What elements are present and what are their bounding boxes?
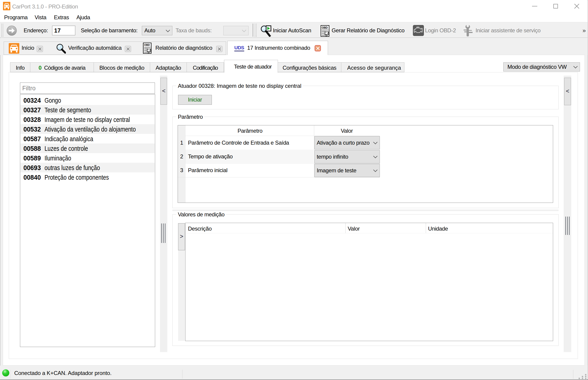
- svg-text:OBD: OBD: [144, 43, 150, 46]
- svg-text:OBD: OBD: [322, 26, 328, 29]
